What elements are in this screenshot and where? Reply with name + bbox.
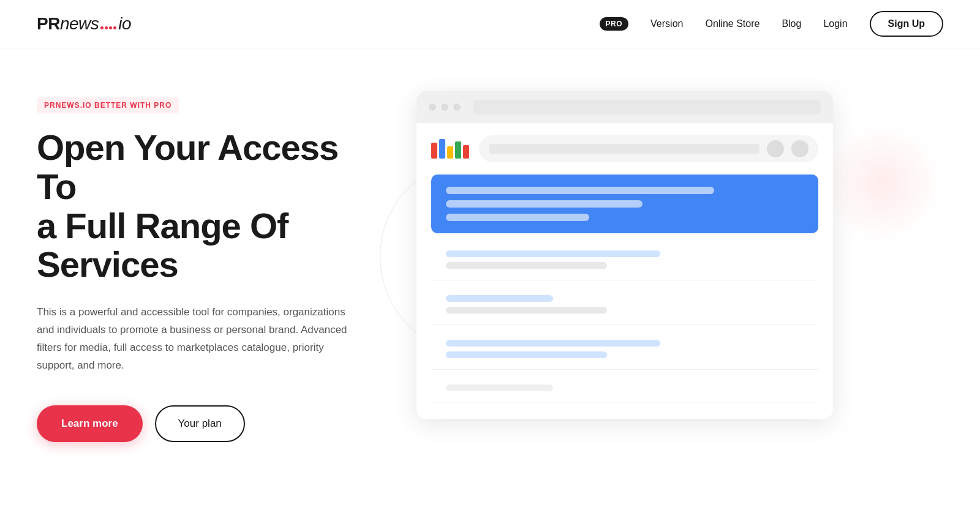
logo: PRnewsio <box>37 14 131 34</box>
your-plan-button[interactable]: Your plan <box>155 405 245 442</box>
learn-more-button[interactable]: Learn more <box>37 405 143 442</box>
result-gray-2a <box>446 295 553 302</box>
g-bar-b <box>439 139 445 159</box>
result-gray-1b <box>446 262 607 269</box>
result-gray-3a <box>446 340 660 347</box>
search-result-highlighted <box>431 174 818 233</box>
btn-group: Learn more Your plan <box>37 405 380 442</box>
hero-description: This is a powerful and accessible tool f… <box>37 304 355 375</box>
result-line-3 <box>446 214 589 221</box>
g-bar-y <box>447 146 453 159</box>
browser-url-bar <box>473 100 821 114</box>
logo-dot-grid <box>100 26 117 30</box>
browser-bar <box>417 91 833 123</box>
search-result-4 <box>431 373 818 403</box>
search-bar-text <box>489 144 760 154</box>
browser-dot-3 <box>453 103 461 111</box>
deco-blob <box>821 122 943 244</box>
search-circle-2 <box>791 140 809 157</box>
g-bar-r2 <box>463 145 469 159</box>
browser-dot-2 <box>441 103 448 111</box>
section-tag: PRNEWS.IO BETTER WITH PRO <box>37 97 179 113</box>
result-gray-3b <box>446 351 607 358</box>
result-gray-4a <box>446 385 553 391</box>
google-search-row <box>431 135 818 162</box>
browser-mockup <box>417 91 833 419</box>
nav-version-link[interactable]: Version <box>650 18 683 29</box>
nav-links: PRO Version Online Store Blog Login Sign… <box>600 11 943 37</box>
right-section <box>417 85 943 419</box>
search-result-2 <box>431 284 818 325</box>
browser-dot-1 <box>429 103 436 111</box>
result-gray-2b <box>446 307 607 313</box>
search-result-3 <box>431 329 818 370</box>
nav-blog-link[interactable]: Blog <box>782 18 801 29</box>
fake-search-bar <box>479 135 818 162</box>
navbar: PRnewsio PRO Version Online Store Blog L… <box>0 0 980 48</box>
pro-badge: PRO <box>600 17 629 31</box>
logo-news: news <box>60 14 99 33</box>
search-circle-1 <box>767 140 784 157</box>
search-result-1 <box>431 239 818 280</box>
main-heading: Open Your Access To a Full Range Of Serv… <box>37 128 380 284</box>
g-bar-r <box>431 143 437 159</box>
signup-button[interactable]: Sign Up <box>870 11 943 37</box>
g-bar-g <box>455 141 461 159</box>
nav-online-store-link[interactable]: Online Store <box>705 18 760 29</box>
result-gray-1a <box>446 250 660 257</box>
logo-io: io <box>118 14 131 33</box>
result-line-2 <box>446 200 643 208</box>
logo-pr: PR <box>37 14 60 33</box>
main-content: PRNEWS.IO BETTER WITH PRO Open Your Acce… <box>0 48 980 467</box>
browser-body <box>417 123 833 419</box>
left-section: PRNEWS.IO BETTER WITH PRO Open Your Acce… <box>37 85 380 442</box>
nav-login-link[interactable]: Login <box>823 18 847 29</box>
google-logo <box>431 139 469 159</box>
result-line-1 <box>446 187 714 194</box>
